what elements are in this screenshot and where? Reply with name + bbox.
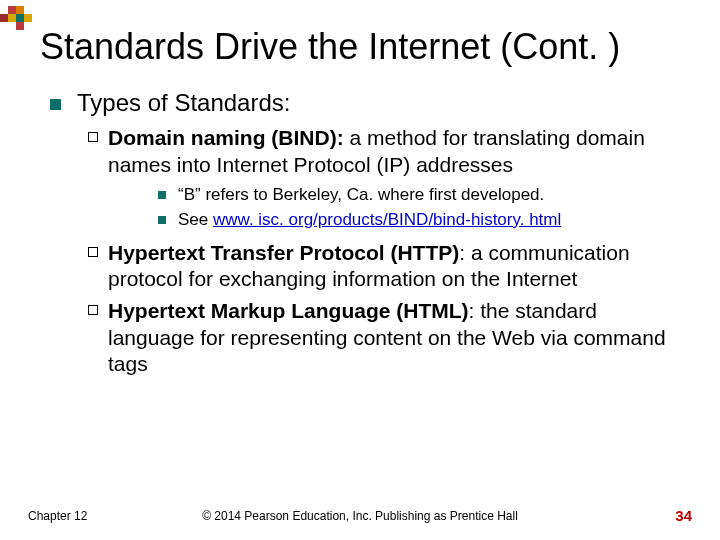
open-square-bullet-icon	[88, 305, 98, 315]
level2-item: Hypertext Transfer Protocol (HTTP): a co…	[88, 240, 680, 293]
open-square-bullet-icon	[88, 132, 98, 142]
level3-item: See www. isc. org/products/BIND/bind-his…	[158, 209, 680, 232]
level3-text: “B” refers to Berkeley, Ca. where first …	[178, 184, 544, 207]
level3-text: See www. isc. org/products/BIND/bind-his…	[178, 209, 561, 232]
level1-text: Types of Standards:	[77, 89, 290, 117]
level2-text: Domain naming (BIND): a method for trans…	[108, 125, 680, 178]
open-square-bullet-icon	[88, 247, 98, 257]
square-bullet-icon	[50, 99, 61, 110]
item-bold: Domain naming (BIND):	[108, 126, 344, 149]
copyright-text: © 2014 Pearson Education, Inc. Publishin…	[0, 509, 720, 523]
logo-icon	[0, 0, 32, 32]
level2-text: Hypertext Markup Language (HTML): the st…	[108, 298, 680, 377]
small-square-bullet-icon	[158, 216, 166, 224]
history-link[interactable]: www. isc. org/products/BIND/bind-history…	[213, 210, 561, 229]
item-bold: Hypertext Markup Language (HTML)	[108, 299, 469, 322]
level2-item: Domain naming (BIND): a method for trans…	[88, 125, 680, 178]
small-square-bullet-icon	[158, 191, 166, 199]
level2-list: Domain naming (BIND): a method for trans…	[88, 125, 680, 377]
slide-title: Standards Drive the Internet (Cont. )	[40, 26, 680, 67]
footer: Chapter 12 © 2014 Pearson Education, Inc…	[0, 507, 720, 524]
item-bold: Hypertext Transfer Protocol (HTTP)	[108, 241, 459, 264]
slide-body: Types of Standards: Domain naming (BIND)…	[50, 89, 680, 377]
level1-item: Types of Standards:	[50, 89, 680, 117]
slide: Standards Drive the Internet (Cont. ) Ty…	[0, 0, 720, 540]
level3-item: “B” refers to Berkeley, Ca. where first …	[158, 184, 680, 207]
level2-item: Hypertext Markup Language (HTML): the st…	[88, 298, 680, 377]
level2-text: Hypertext Transfer Protocol (HTTP): a co…	[108, 240, 680, 293]
see-prefix: See	[178, 210, 213, 229]
level3-list: “B” refers to Berkeley, Ca. where first …	[158, 184, 680, 232]
